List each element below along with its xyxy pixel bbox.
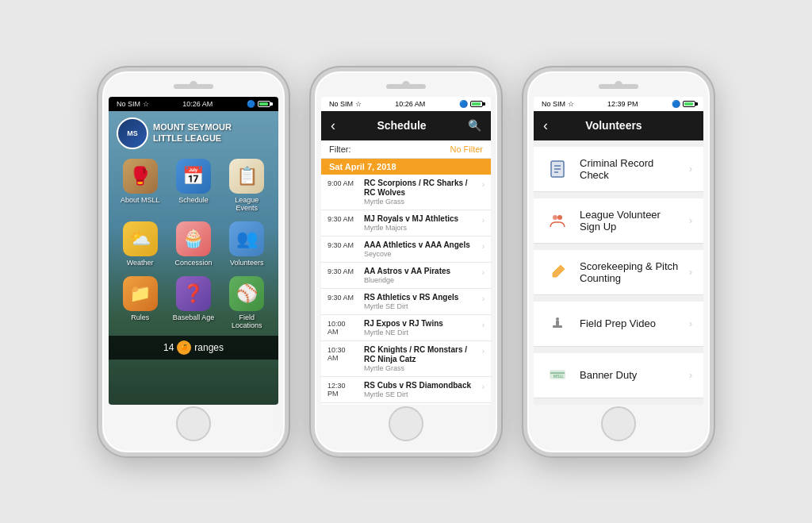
game-3: AA Astros v AA Pirates (364, 267, 476, 276)
orange-logo-circle: 🍊 (177, 340, 191, 355)
time-2: 9:30 AM (327, 240, 358, 249)
loc-4: Myrtle SE Dirt (364, 302, 476, 310)
schedule-item-4[interactable]: 9:30 AM RS Athletics v RS Angels Myrtle … (321, 289, 491, 315)
ms-logo: MS (117, 117, 148, 149)
vol-arrow-1: › (689, 215, 692, 226)
vol-item-4[interactable]: MSLL Banner Duty › (534, 353, 703, 398)
game-6: RC Knights / RC Monstars / RC Ninja Catz (364, 345, 476, 364)
grid-item-field-locations[interactable]: ⚾ Field Locations (222, 273, 272, 333)
game-0: RC Scorpions / RC Sharks / RC Wolves (364, 179, 476, 198)
time-1: 9:30 AM (327, 214, 358, 223)
date-header: Sat April 7, 2018 (321, 159, 491, 175)
filter-label: Filter: (329, 144, 351, 154)
schedule-item-3[interactable]: 9:30 AM AA Astros v AA Pirates Blueridge… (321, 263, 491, 289)
info-4: RS Athletics v RS Angels Myrtle SE Dirt (364, 293, 476, 310)
status-right-1: 🔵 (247, 100, 270, 108)
grid-label-schedule: Schedule (178, 196, 209, 204)
schedule-title: Schedule (377, 119, 426, 132)
field-prep-icon (545, 311, 570, 336)
vol-label-1: League Volunteer Sign Up (580, 209, 680, 233)
filter-bar: Filter: No Filter (321, 140, 491, 159)
schedule-icon: 📅 (176, 159, 211, 194)
arrow-7: › (482, 381, 485, 391)
schedule-item-6[interactable]: 10:30 AM RC Knights / RC Monstars / RC N… (321, 341, 491, 377)
vol-item-0[interactable]: Criminal Record Check › (534, 147, 703, 192)
info-7: RS Cubs v RS Diamondback Myrtle SE Dirt (364, 381, 476, 398)
about-icon: 🥊 (123, 159, 158, 194)
loc-7: Myrtle SE Dirt (364, 390, 476, 398)
footer-brand: ranges (194, 342, 224, 353)
grid-item-volunteers[interactable]: 👥 Volunteers (222, 218, 272, 270)
status-time-1: 10:26 AM (182, 100, 213, 108)
vol-item-1[interactable]: League Volunteer Sign Up › (534, 198, 703, 244)
vol-divider-top (534, 140, 703, 147)
phones-container: No SIM ☆ 10:26 AM 🔵 MS MOUNT SEYMOUR LIT… (82, 44, 730, 480)
grid-label-volunteers: Volunteers (230, 259, 264, 267)
back-button-3[interactable]: ‹ (543, 117, 548, 134)
vol-divider-3 (534, 295, 703, 302)
screen-3: No SIM ☆ 12:39 PM 🔵 ‹ Volunteers (534, 97, 703, 405)
svg-rect-7 (553, 325, 562, 328)
field-locations-icon: ⚾ (229, 276, 264, 311)
loc-3: Blueridge (364, 276, 476, 284)
vol-arrow-0: › (689, 163, 692, 175)
arrow-1: › (482, 214, 485, 225)
grid-label-field-locations: Field Locations (224, 313, 270, 329)
grid-label-concession: Concession (174, 259, 212, 267)
schedule-item-1[interactable]: 9:30 AM MJ Royals v MJ Athletics Myrtle … (321, 210, 491, 237)
svg-point-9 (556, 317, 559, 321)
phone-3: No SIM ☆ 12:39 PM 🔵 ‹ Volunteers (523, 67, 714, 456)
loc-6: Myrtle Grass (364, 364, 476, 372)
grid-item-schedule[interactable]: 📅 Schedule (168, 156, 218, 215)
vol-label-0: Criminal Record Check (580, 157, 680, 181)
phone1-footer: 14 🍊 ranges (109, 336, 278, 360)
back-button-2[interactable]: ‹ (331, 117, 335, 134)
grid-label-weather: Weather (127, 259, 154, 267)
schedule-item-5[interactable]: 10:00 AM RJ Expos v RJ Twins Myrtle NE D… (321, 315, 491, 341)
time-4: 9:30 AM (327, 293, 358, 302)
vol-item-2[interactable]: Scorekeeping & Pitch Counting › (534, 250, 703, 295)
vol-label-3: Field Prep Video (580, 317, 680, 329)
status-left-2: No SIM ☆ (329, 100, 362, 108)
speaker-2 (386, 84, 426, 89)
schedule-item-8[interactable]: 1:00 PM MJ Red Sox v MJ Tigers › (321, 403, 491, 405)
grid-item-rules[interactable]: 📁 Rules (115, 273, 165, 333)
concession-icon: 🧁 (176, 221, 211, 256)
grid-item-events[interactable]: 📋 League Events (222, 156, 272, 215)
game-4: RS Athletics v RS Angels (364, 293, 476, 302)
vol-item-3[interactable]: Field Prep Video › (534, 302, 703, 347)
grid-item-weather[interactable]: ⛅ Weather (115, 218, 165, 270)
search-button-2[interactable]: 🔍 (468, 119, 481, 132)
loc-1: Myrtle Majors (364, 224, 476, 232)
schedule-list: 9:00 AM RC Scorpions / RC Sharks / RC Wo… (321, 175, 491, 405)
weather-icon: ⛅ (123, 221, 158, 256)
grid-item-baseball-age[interactable]: ❓ Baseball Age (168, 273, 218, 333)
battery-2 (470, 101, 483, 107)
filter-value[interactable]: No Filter (450, 144, 483, 154)
status-right-2: 🔵 (459, 100, 483, 108)
status-bar-3: No SIM ☆ 12:39 PM 🔵 (534, 97, 703, 111)
rules-icon: 📁 (123, 276, 158, 311)
loc-2: Seycove (364, 250, 476, 258)
schedule-item-2[interactable]: 9:30 AM AAA Athletics v AAA Angels Seyco… (321, 237, 491, 263)
status-left-3: No SIM ☆ (542, 100, 574, 108)
screen-1: No SIM ☆ 10:26 AM 🔵 MS MOUNT SEYMOUR LIT… (109, 97, 278, 405)
status-time-3: 12:39 PM (607, 100, 638, 108)
grid-item-about[interactable]: 🥊 About MSLL (115, 156, 165, 215)
schedule-item-0[interactable]: 9:00 AM RC Scorpions / RC Sharks / RC Wo… (321, 175, 491, 210)
arrow-5: › (482, 319, 485, 329)
vol-divider-4 (534, 347, 703, 353)
status-bar-1: No SIM ☆ 10:26 AM 🔵 (109, 97, 278, 111)
info-0: RC Scorpions / RC Sharks / RC Wolves Myr… (364, 179, 476, 206)
loc-5: Myrtle NE Dirt (364, 329, 476, 336)
speaker-1 (174, 84, 213, 89)
arrow-3: › (482, 267, 485, 277)
phone1-content: MS MOUNT SEYMOUR LITTLE LEAGUE 🥊 About M… (109, 111, 278, 405)
events-icon: 📋 (229, 159, 264, 194)
phone-1: No SIM ☆ 10:26 AM 🔵 MS MOUNT SEYMOUR LIT… (98, 67, 289, 456)
time-3: 9:30 AM (327, 267, 358, 275)
info-2: AAA Athletics v AAA Angels Seycove (364, 240, 476, 258)
grid-label-rules: Rules (131, 313, 149, 321)
schedule-item-7[interactable]: 12:30 PM RS Cubs v RS Diamondback Myrtle… (321, 377, 491, 403)
grid-item-concession[interactable]: 🧁 Concession (168, 218, 218, 270)
